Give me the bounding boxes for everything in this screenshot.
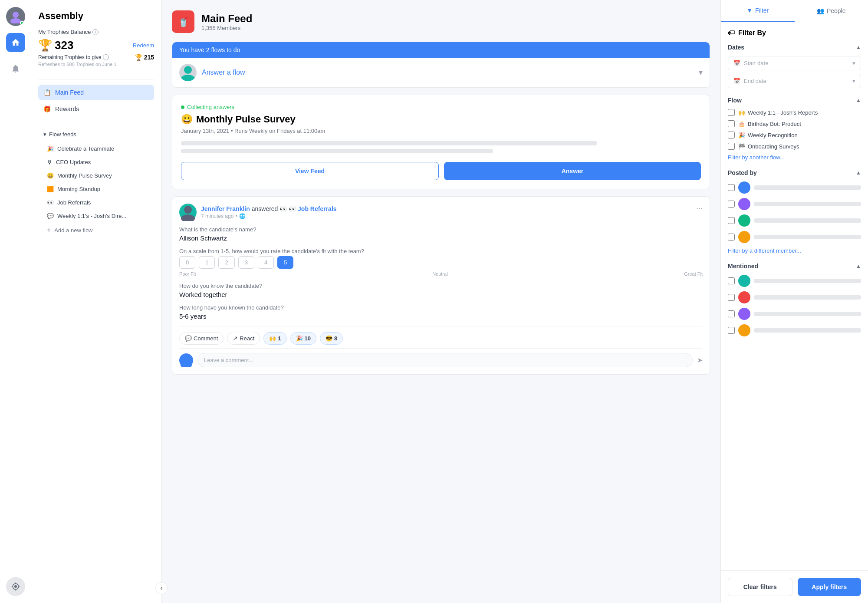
answer-button[interactable]: Answer bbox=[444, 162, 701, 180]
flow-checkbox-weekly11[interactable] bbox=[728, 109, 735, 116]
start-date-input[interactable]: 📅 Start date ▾ bbox=[728, 56, 861, 70]
refresh-note: Refreshes to 500 Trophies on June 1 bbox=[38, 62, 154, 67]
mentioned-name-3 bbox=[754, 312, 861, 316]
comment-input[interactable]: Leave a comment... bbox=[197, 353, 693, 367]
reaction-clap-button[interactable]: 🙌 1 bbox=[263, 332, 286, 345]
mentioned-chevron[interactable]: ▲ bbox=[856, 263, 861, 269]
flow-item-referrals[interactable]: 👀 Job Referrals bbox=[38, 196, 154, 209]
flow-checkbox-onboarding[interactable] bbox=[728, 143, 735, 150]
flow-item-ceo[interactable]: 🎙 CEO Updates bbox=[38, 155, 154, 169]
post-name-row: Jennifer Franklin answered 👀 👀 Job Refer… bbox=[201, 205, 337, 212]
post-flow-link[interactable]: Job Referrals bbox=[298, 205, 336, 212]
posted-by-member-3 bbox=[728, 214, 861, 227]
post-more-button[interactable]: ··· bbox=[696, 204, 703, 213]
posted-by-checkbox-2[interactable] bbox=[728, 201, 735, 208]
answer-flow-label[interactable]: Answer a flow bbox=[202, 69, 694, 76]
mentioned-checkbox-4[interactable] bbox=[728, 327, 735, 334]
add-flow-button[interactable]: + Add a new flow bbox=[38, 223, 154, 237]
flow-checkbox-birthday[interactable] bbox=[728, 120, 735, 127]
mentioned-checkbox-1[interactable] bbox=[728, 277, 735, 284]
posted-by-member-1 bbox=[728, 181, 861, 194]
cool-emoji: 😎 bbox=[326, 335, 332, 342]
flows-banner: You have 2 flows to do bbox=[172, 42, 710, 58]
posted-by-member-4 bbox=[728, 231, 861, 243]
people-tab[interactable]: 👥 People bbox=[795, 0, 868, 22]
posted-by-checkbox-1[interactable] bbox=[728, 184, 735, 191]
post-avatar bbox=[179, 204, 197, 221]
flow-option-onboarding: 🏁 Onboarding Surveys bbox=[728, 143, 861, 150]
user-avatar[interactable] bbox=[6, 7, 25, 26]
nav-item-rewards[interactable]: 🎁 Rewards bbox=[38, 101, 154, 117]
view-feed-button[interactable]: View Feed bbox=[181, 162, 439, 180]
flow-label-weekly11: 🙌 Weekly 1:1 - Josh's Reports bbox=[738, 109, 818, 116]
svg-point-5 bbox=[181, 75, 195, 81]
mentioned-member-2 bbox=[728, 291, 861, 303]
answer-1: Allison Schwartz bbox=[179, 234, 703, 242]
posted-by-chevron[interactable]: ▲ bbox=[856, 170, 861, 176]
home-nav-icon[interactable] bbox=[6, 33, 25, 52]
send-comment-button[interactable]: ➤ bbox=[697, 356, 703, 364]
mentioned-checkbox-3[interactable] bbox=[728, 310, 735, 317]
flow-chevron[interactable]: ▲ bbox=[856, 97, 861, 103]
trophies-balance-label: My Trophies Balance i bbox=[38, 29, 154, 35]
ceo-icon: 🎙 bbox=[47, 159, 53, 165]
sidebar-collapse-button[interactable]: ‹ bbox=[155, 582, 168, 594]
filter-tab[interactable]: ▼ Filter bbox=[721, 0, 795, 22]
flow-item-celebrate[interactable]: 🎉 Celebrate a Teammate bbox=[38, 142, 154, 155]
svg-point-7 bbox=[181, 214, 195, 221]
filter-more-flow-link[interactable]: Filter by another flow... bbox=[728, 154, 861, 161]
redeem-link[interactable]: Redeem bbox=[133, 42, 154, 49]
remaining-info-icon[interactable]: i bbox=[103, 54, 109, 60]
survey-meta: January 13th, 2021 • Runs Weekly on Frid… bbox=[181, 128, 701, 134]
reaction-cool-button[interactable]: 😎 8 bbox=[320, 332, 343, 345]
comment-avatar bbox=[179, 353, 193, 367]
posted-by-avatar-1 bbox=[738, 181, 750, 194]
filter-more-member-link[interactable]: Filter by a different member... bbox=[728, 247, 861, 254]
mentioned-avatar-2 bbox=[738, 291, 750, 303]
rating-0[interactable]: 0 bbox=[179, 256, 195, 269]
trophy-icon: 🏆 bbox=[38, 39, 52, 52]
calendar-icon: 📅 bbox=[733, 60, 740, 66]
flow-checkbox-weekly-rec[interactable] bbox=[728, 132, 735, 138]
settings-icon[interactable] bbox=[6, 577, 25, 596]
mentioned-member-4 bbox=[728, 324, 861, 336]
weekly11-emoji: 🙌 bbox=[738, 109, 745, 116]
post-username[interactable]: Jennifer Franklin bbox=[201, 205, 250, 212]
end-date-input[interactable]: 📅 End date ▾ bbox=[728, 74, 861, 88]
post-card-body: Jennifer Franklin answered 👀 👀 Job Refer… bbox=[172, 197, 710, 374]
rating-5[interactable]: 5 bbox=[277, 256, 293, 269]
flows-todo-card: You have 2 flows to do Answer a flow ▾ bbox=[172, 42, 710, 88]
svg-point-4 bbox=[184, 66, 192, 74]
flow-item-pulse[interactable]: 😀 Monthly Pulse Survey bbox=[38, 169, 154, 182]
rating-4[interactable]: 4 bbox=[258, 256, 274, 269]
flow-item-weekly[interactable]: 💬 Weekly 1:1's - Josh's Dire... bbox=[38, 209, 154, 223]
nav-item-main-feed[interactable]: 📋 Main Feed bbox=[38, 85, 154, 100]
apply-filters-button[interactable]: Apply filters bbox=[798, 578, 861, 596]
posted-by-checkbox-3[interactable] bbox=[728, 217, 735, 224]
post-card: Jennifer Franklin answered 👀 👀 Job Refer… bbox=[172, 196, 710, 375]
bell-nav-icon[interactable] bbox=[6, 59, 25, 78]
main-content: 🥤 Main Feed 1,355 Members You have 2 flo… bbox=[161, 0, 720, 603]
reaction-party-button[interactable]: 🎉 10 bbox=[290, 332, 316, 345]
referrals-icon: 👀 bbox=[47, 199, 54, 206]
answer-flow-avatar bbox=[179, 64, 197, 81]
react-button[interactable]: ↗ React bbox=[227, 332, 260, 345]
flow-item-standup[interactable]: 🟧 Morning Standup bbox=[38, 182, 154, 196]
mentioned-checkbox-2[interactable] bbox=[728, 294, 735, 301]
rating-1[interactable]: 1 bbox=[199, 256, 215, 269]
rating-3[interactable]: 3 bbox=[238, 256, 254, 269]
question-block-2: How do you know the candidate? Worked to… bbox=[179, 283, 703, 298]
flow-option-weekly11: 🙌 Weekly 1:1 - Josh's Reports bbox=[728, 109, 861, 116]
dates-chevron[interactable]: ▲ bbox=[856, 44, 861, 50]
svg-point-0 bbox=[13, 12, 19, 18]
survey-emoji: 😀 bbox=[181, 114, 193, 125]
rating-2[interactable]: 2 bbox=[218, 256, 234, 269]
clear-filters-button[interactable]: Clear filters bbox=[728, 578, 792, 596]
trophies-info-icon[interactable]: i bbox=[92, 29, 99, 35]
flow-feeds-header[interactable]: ▾ Flow feeds bbox=[38, 129, 154, 140]
pulse-icon: 😀 bbox=[47, 172, 54, 179]
posted-by-checkbox-4[interactable] bbox=[728, 234, 735, 241]
comment-reaction-button[interactable]: 💬 Comment bbox=[179, 332, 224, 345]
calendar-icon-end: 📅 bbox=[733, 78, 740, 84]
mentioned-avatar-3 bbox=[738, 308, 750, 320]
